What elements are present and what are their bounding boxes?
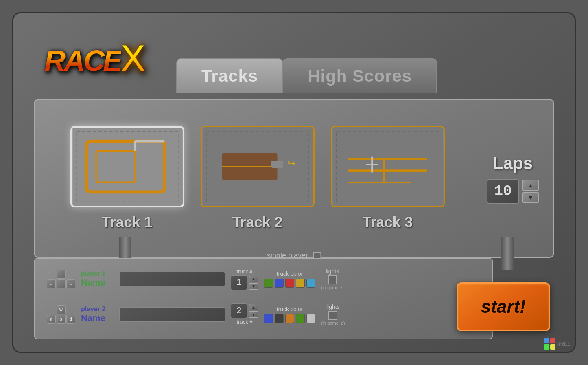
svg-rect-12 [332,127,443,206]
player-2-row: w a s d player 2 Name 2 ▲ ▼ truck # [43,298,484,330]
key-a: a [47,315,56,324]
laps-down-button[interactable]: ▼ [522,192,539,203]
track-card-3[interactable]: Track 3 [331,126,445,231]
laps-label: Laps [493,154,533,173]
truck-num-down-1[interactable]: ▼ [249,283,258,290]
truck-num-label-top: truck # [236,268,252,275]
bottom-panel: ↑ ← ↓ → player 1 Name truck # 1 ▲ ▼ [34,258,493,339]
key-down: ↓ [57,279,66,288]
truck-num-down-2[interactable]: ▼ [249,311,258,318]
color-swatch-lightblue-1[interactable] [306,279,315,288]
laps-up-button[interactable]: ▲ [522,180,539,191]
track-label-2: Track 2 [232,214,282,231]
watermark-text: 系统之 [557,341,571,347]
track-label-3: Track 3 [362,214,413,231]
tracks-container: Track 1 ↪ [47,126,468,231]
key-w: w [57,305,66,314]
track-card-1[interactable]: Track 1 [70,126,184,231]
svg-text:↪: ↪ [287,158,295,169]
truck-num-arrows-1: ▲ ▼ [249,276,258,290]
player2-lights-section: lights (in game: q) [321,303,345,325]
player1-name-input[interactable] [119,272,225,286]
color-swatches-2 [264,314,315,323]
start-button[interactable]: start! [457,282,550,331]
color-swatch-green-2[interactable] [296,314,305,323]
color-swatch-dark-2[interactable] [275,314,284,323]
color-swatch-green-1[interactable] [264,279,273,288]
color-swatch-orange-2[interactable] [285,314,294,323]
color-swatch-yellow-1[interactable] [296,279,305,288]
truck-num-control-2: 2 ▲ ▼ [231,303,258,318]
player-1-row: ↑ ← ↓ → player 1 Name truck # 1 ▲ ▼ [43,263,484,295]
player2-name-input[interactable] [119,307,225,322]
logo-text: RACE [44,44,121,77]
truck-num-value-2: 2 [231,303,247,318]
player2-label: player 2 Name [81,306,114,323]
pole-right [501,237,514,270]
truck-num-arrows-2: ▲ ▼ [249,304,258,318]
logo-x: X [121,37,145,79]
key-right: → [66,279,75,288]
player1-truck-num-section: truck # 1 ▲ ▼ [231,268,258,290]
logo: RACE X [38,22,152,95]
color-swatch-red-1[interactable] [285,279,294,288]
laps-control: 10 ▲ ▼ [487,179,539,204]
track-label-1: Track 1 [102,214,152,231]
player1-label: player 1 Name [81,270,114,288]
windows-logo [544,338,555,350]
main-container: RACE X Tracks High Scores [12,12,576,353]
key-left: ← [47,279,56,288]
color-swatches-1 [264,279,315,288]
svg-rect-10 [271,161,283,167]
tab-tracks[interactable]: Tracks [176,58,283,93]
laps-section: Laps 10 ▲ ▼ [484,154,541,204]
start-button-label: start! [481,297,526,317]
color-label-1: truck color [277,270,303,277]
lights-label-1: lights [326,268,339,275]
player2-truck-num-section: 2 ▲ ▼ truck # [231,303,258,325]
tabs-container: Tracks High Scores [176,58,437,93]
key-up: ↑ [57,270,66,279]
lights-checkbox-1[interactable] [328,275,337,284]
in-game-hint-2: (in game: q) [321,321,345,325]
key-d: d [66,315,75,324]
track-card-2[interactable]: ↪ Track 2 [201,126,315,231]
track-thumbnail-2[interactable]: ↪ [201,126,315,207]
lights-checkbox-2[interactable] [328,311,337,320]
track-thumbnail-3[interactable] [331,126,445,207]
main-panel: Track 1 ↪ [34,99,554,258]
color-swatch-silver-2[interactable] [306,314,315,323]
color-label-2: truck color [277,306,303,312]
watermark: 系统之 [544,338,571,350]
truck-num-up-2[interactable]: ▲ [249,304,258,310]
truck-num-value-1: 1 [231,275,247,290]
tab-high-scores[interactable]: High Scores [282,58,437,93]
truck-num-label-bottom-2: truck # [236,319,252,325]
truck-num-control-1: 1 ▲ ▼ [231,275,258,290]
color-swatch-blue-2[interactable] [264,314,273,323]
truck-num-up-1[interactable]: ▲ [249,276,258,282]
color-swatch-blue-1[interactable] [275,279,284,288]
player2-keypad: w a s d [47,305,75,324]
laps-arrows: ▲ ▼ [522,180,539,203]
player2-color-section: truck color [264,306,315,323]
lights-label-2: lights [326,303,340,310]
laps-value: 10 [487,179,519,204]
key-s: s [57,315,66,324]
player1-color-section: truck color [264,270,315,288]
player1-lights-section: lights (in game: \) [321,268,344,290]
track-thumbnail-1[interactable] [70,126,184,207]
in-game-hint-1: (in game: \) [321,285,344,290]
player1-keypad: ↑ ← ↓ → [47,270,75,288]
